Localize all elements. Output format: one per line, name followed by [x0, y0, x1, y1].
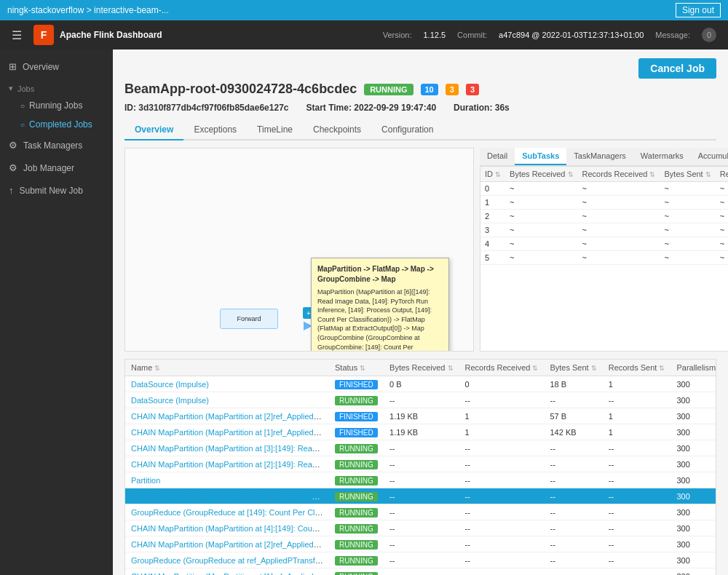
col-bytes-sent[interactable]: Bytes Sent ⇅: [544, 360, 602, 376]
td-parallelism: 300: [670, 568, 716, 576]
th-bytes-sent[interactable]: Bytes Sent ⇅: [660, 167, 715, 182]
td-records-sent: --: [603, 440, 671, 456]
subtask-records-recv: ~: [578, 237, 660, 251]
td-records-sent: --: [603, 488, 671, 504]
detail-tab-detail[interactable]: Detail: [480, 148, 515, 165]
jobs-table-row[interactable]: DataSource (Impulse) RUNNING -- -- -- --…: [125, 392, 716, 408]
job-name-link[interactable]: Partition: [131, 476, 160, 485]
detail-tab-watermarks[interactable]: Watermarks: [633, 148, 691, 165]
sign-out-button[interactable]: Sign out: [676, 3, 721, 17]
td-bytes-recv: --: [384, 536, 459, 552]
job-name-link[interactable]: CHAIN MapPartition (MapPartition at [2]r…: [131, 412, 329, 421]
jobs-table-row[interactable]: CHAIN MapPartition (MapPartition at [1]r…: [125, 568, 716, 576]
tab-configuration[interactable]: Configuration: [371, 120, 443, 140]
jobs-table-row[interactable]: CHAIN MapPartition (MapPartition at [2]r…: [125, 408, 716, 424]
td-status: RUNNING: [329, 456, 384, 472]
sidebar-item-job-manager[interactable]: ⚙ Job Manager: [0, 156, 113, 179]
td-status: RUNNING: [329, 536, 384, 552]
col-status[interactable]: Status ⇅: [329, 360, 384, 376]
td-status: RUNNING: [329, 392, 384, 408]
td-name: CHAIN MapPartition (MapPartition at [1]r…: [125, 568, 329, 576]
subtask-row[interactable]: 4 ~ ~ ~ ~ 1 RUNNING ...: [480, 237, 728, 251]
col-bytes-recv[interactable]: Bytes Received ⇅: [384, 360, 459, 376]
subtask-row[interactable]: 1 ~ ~ ~ ~ 1 RUNNING ...: [480, 196, 728, 210]
detail-tab-subtasks[interactable]: SubTasks: [515, 148, 566, 165]
cancel-job-button[interactable]: Cancel Job: [638, 58, 716, 79]
jobs-table-row[interactable]: CHAIN MapPartition (MapPartition at [2]:…: [125, 456, 716, 472]
job-name-link[interactable]: CHAIN MapPartition (MapPartition at [2]r…: [131, 540, 329, 549]
tab-checkpoints[interactable]: Checkpoints: [303, 120, 371, 140]
sidebar-item-task-managers[interactable]: ⚙ Task Managers: [0, 134, 113, 156]
col-records-sent[interactable]: Records Sent ⇅: [603, 360, 671, 376]
job-name-link[interactable]: DataSource (Impulse): [131, 380, 209, 389]
sidebar-item-submit-new-job[interactable]: ↑ Submit New Job: [0, 179, 113, 202]
job-name-link[interactable]: CHAIN MapPartition (MapPartition at [1]r…: [131, 572, 329, 576]
subtask-row[interactable]: 3 ~ ~ ~ ~ 1 RUNNING ...: [480, 223, 728, 237]
jobs-collapse-icon[interactable]: ▾: [9, 84, 13, 93]
td-bytes-sent: 57 B: [544, 408, 602, 424]
td-records-recv: 1: [459, 424, 545, 440]
menu-icon[interactable]: ☰: [12, 28, 22, 42]
td-records-sent: --: [603, 456, 671, 472]
job-badge-3a: 3: [446, 84, 459, 95]
job-name-link[interactable]: GroupReduce (GroupReduce at [149]: Count…: [131, 508, 329, 517]
jobs-table-row[interactable]: DataSource (Impulse) FINISHED 0 B 0 18 B…: [125, 376, 716, 392]
td-records-sent: --: [603, 392, 671, 408]
th-records-recv[interactable]: Records Received ⇅: [578, 167, 660, 182]
td-bytes-recv: --: [384, 392, 459, 408]
col-parallelism[interactable]: Parallelism ⇅: [670, 360, 716, 376]
col-records-recv[interactable]: Records Received ⇅: [459, 360, 545, 376]
subtask-row[interactable]: 5 ~ ~ ~ ~ 1 RUNNING ...: [480, 251, 728, 265]
td-parallelism: 300: [670, 552, 716, 568]
jobs-table-row[interactable]: CHAIN MapPartition (MapPartition at [6]:…: [125, 488, 716, 504]
td-records-sent: --: [603, 552, 671, 568]
job-name-link[interactable]: CHAIN MapPartition (MapPartition at [1]r…: [131, 428, 329, 437]
detail-tab-taskmanagers[interactable]: TaskManagers: [566, 148, 633, 165]
detail-tab-accumulators[interactable]: Accumulators: [691, 148, 728, 165]
sidebar-item-running-jobs[interactable]: ○ Running Jobs: [0, 96, 113, 115]
start-val: 2022-09-29 19:47:40: [354, 103, 436, 113]
id-label: ID:: [124, 103, 136, 113]
subtask-bytes-sent: ~: [660, 210, 715, 223]
sidebar-item-completed-jobs[interactable]: ○ Completed Jobs: [0, 115, 113, 134]
node-forward[interactable]: Forward: [220, 309, 278, 329]
td-bytes-recv: --: [384, 440, 459, 456]
sidebar-item-overview[interactable]: ⊞ Overview: [0, 55, 113, 78]
subtask-row[interactable]: 0 ~ ~ ~ ~ 1 RUNNING ...: [480, 182, 728, 196]
tab-timeline[interactable]: TimeLine: [247, 120, 303, 140]
th-id[interactable]: ID ⇅: [480, 167, 505, 182]
jobs-table-row[interactable]: Partition RUNNING -- -- -- -- 300 2022-0…: [125, 472, 716, 488]
td-status: RUNNING: [329, 488, 384, 504]
job-name-link[interactable]: CHAIN MapPartition (MapPartition at [2]:…: [131, 460, 329, 469]
job-name-link[interactable]: DataSource (Impulse): [131, 396, 209, 405]
job-name-link[interactable]: GroupReduce (GroupReduce at ref_AppliedP…: [131, 556, 329, 565]
th-bytes-recv[interactable]: Bytes Received ⇅: [505, 167, 577, 182]
td-status: RUNNING: [329, 504, 384, 520]
jobs-table-row[interactable]: GroupReduce (GroupReduce at [149]: Count…: [125, 504, 716, 520]
jobs-table-row[interactable]: CHAIN MapPartition (MapPartition at [1]r…: [125, 424, 716, 440]
td-parallelism: 300: [670, 424, 716, 440]
jobs-table-row[interactable]: CHAIN MapPartition (MapPartition at [2]r…: [125, 536, 716, 552]
subtask-records-sent: ~: [716, 251, 728, 265]
jobs-table-row[interactable]: CHAIN MapPartition (MapPartition at [3]:…: [125, 440, 716, 456]
tab-overview[interactable]: Overview: [124, 120, 183, 140]
td-status: RUNNING: [329, 472, 384, 488]
subtask-id: 5: [480, 251, 505, 265]
subtask-row[interactable]: 2 ~ ~ ~ ~ 1 RUNNING ...: [480, 210, 728, 223]
subtask-bytes-sent: ~: [660, 223, 715, 237]
job-name-link[interactable]: CHAIN MapPartition (MapPartition at [6]:…: [131, 492, 329, 501]
version-label: Version:: [383, 31, 412, 39]
th-records-sent[interactable]: Records Sent ⇅: [716, 167, 728, 182]
td-name: GroupReduce (GroupReduce at [149]: Count…: [125, 504, 329, 520]
job-name-link[interactable]: CHAIN MapPartition (MapPartition at [4]:…: [131, 524, 329, 533]
jobs-table-row[interactable]: CHAIN MapPartition (MapPartition at [4]:…: [125, 520, 716, 536]
td-bytes-sent: --: [544, 520, 602, 536]
td-parallelism: 300: [670, 472, 716, 488]
job-status-badge: RUNNING: [364, 84, 413, 95]
job-name-link[interactable]: CHAIN MapPartition (MapPartition at [3]:…: [131, 444, 329, 453]
col-name[interactable]: Name ⇅: [125, 360, 329, 376]
tab-exceptions[interactable]: Exceptions: [183, 120, 247, 140]
duration-label: Duration:: [454, 103, 492, 113]
jobs-table-row[interactable]: GroupReduce (GroupReduce at ref_AppliedP…: [125, 552, 716, 568]
td-records-recv: 0: [459, 376, 545, 392]
